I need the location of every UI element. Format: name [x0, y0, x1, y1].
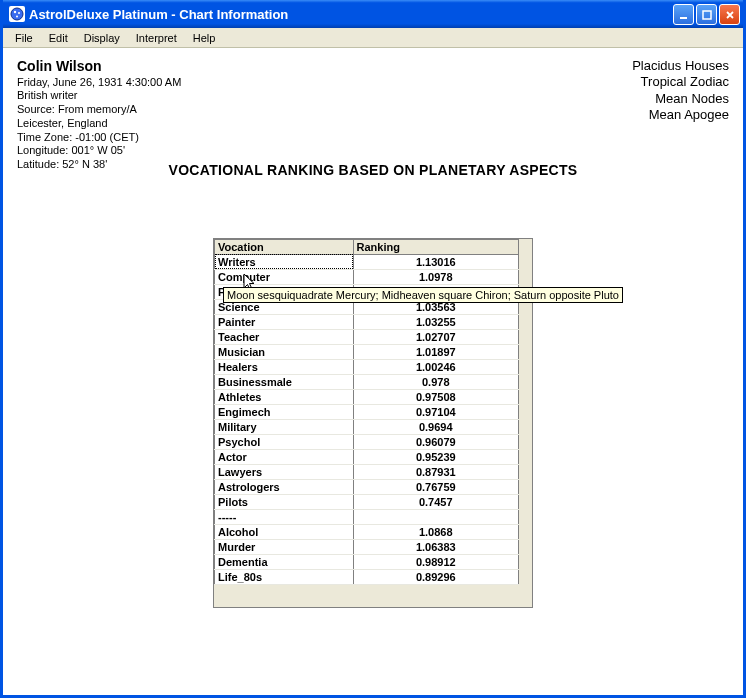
person-name: Colin Wilson — [17, 58, 181, 76]
vocation-cell[interactable]: Psychol — [215, 434, 354, 449]
vocation-cell[interactable]: Military — [215, 419, 354, 434]
ranking-cell[interactable]: 0.95239 — [353, 449, 518, 464]
table-row[interactable]: Astrologers0.76759 — [215, 479, 519, 494]
svg-point-1 — [14, 11, 16, 13]
table-row[interactable]: Alcohol1.0868 — [215, 524, 519, 539]
menu-edit[interactable]: Edit — [41, 30, 76, 46]
person-block: Colin Wilson Friday, June 26, 1931 4:30:… — [17, 58, 181, 172]
vocation-cell[interactable]: Life_80s — [215, 569, 354, 584]
vocation-cell[interactable]: Athletes — [215, 389, 354, 404]
vocation-cell[interactable]: Alcohol — [215, 524, 354, 539]
table-row[interactable]: Psychol0.96079 — [215, 434, 519, 449]
vocation-cell[interactable]: Writers — [215, 254, 354, 269]
vocation-cell[interactable]: Pilots — [215, 494, 354, 509]
ranking-cell[interactable]: 0.9694 — [353, 419, 518, 434]
person-place: Leicester, England — [17, 117, 181, 131]
vocation-cell[interactable]: Businessmale — [215, 374, 354, 389]
ranking-cell[interactable]: 0.76759 — [353, 479, 518, 494]
table-row[interactable]: Murder1.06383 — [215, 539, 519, 554]
vocation-cell[interactable]: Painter — [215, 314, 354, 329]
setting-zodiac: Tropical Zodiac — [632, 74, 729, 90]
vocation-cell[interactable]: Engimech — [215, 404, 354, 419]
ranking-cell[interactable]: 0.97104 — [353, 404, 518, 419]
table-wrap: Vocation Ranking Writers1.13016Computer1… — [213, 238, 533, 608]
vocation-cell[interactable]: Murder — [215, 539, 354, 554]
ranking-cell[interactable]: 1.01897 — [353, 344, 518, 359]
vocation-cell[interactable]: Lawyers — [215, 464, 354, 479]
ranking-cell[interactable]: 1.02707 — [353, 329, 518, 344]
maximize-button[interactable] — [696, 4, 717, 25]
vocation-cell[interactable]: Teacher — [215, 329, 354, 344]
col-ranking[interactable]: Ranking — [353, 239, 518, 254]
svg-point-0 — [11, 8, 23, 20]
table-row[interactable]: Businessmale0.978 — [215, 374, 519, 389]
person-lat: Latitude: 52° N 38' — [17, 158, 181, 172]
svg-rect-4 — [680, 17, 687, 19]
table-row[interactable]: Computer1.0978 — [215, 269, 519, 284]
person-source: Source: From memory/A — [17, 103, 181, 117]
table-row[interactable]: Musician1.01897 — [215, 344, 519, 359]
menu-file[interactable]: File — [7, 30, 41, 46]
table-row[interactable]: Painter1.03255 — [215, 314, 519, 329]
table-row[interactable]: Lawyers0.87931 — [215, 464, 519, 479]
ranking-cell[interactable]: 0.89296 — [353, 569, 518, 584]
app-window: AstrolDeluxe Platinum - Chart Informatio… — [0, 0, 746, 698]
ranking-cell[interactable]: 1.03255 — [353, 314, 518, 329]
window-controls — [673, 3, 740, 25]
titlebar[interactable]: AstrolDeluxe Platinum - Chart Informatio… — [3, 0, 743, 28]
ranking-cell[interactable]: 0.87931 — [353, 464, 518, 479]
ranking-cell[interactable]: 1.06383 — [353, 539, 518, 554]
person-desc: British writer — [17, 89, 181, 103]
window-title: AstrolDeluxe Platinum - Chart Informatio… — [29, 7, 673, 22]
table-row[interactable]: Pilots0.7457 — [215, 494, 519, 509]
menubar: File Edit Display Interpret Help — [3, 28, 743, 48]
vocation-cell[interactable]: Astrologers — [215, 479, 354, 494]
ranking-cell[interactable] — [353, 509, 518, 524]
table-row[interactable]: Engimech0.97104 — [215, 404, 519, 419]
col-vocation[interactable]: Vocation — [215, 239, 354, 254]
person-datetime: Friday, June 26, 1931 4:30:00 AM — [17, 76, 181, 90]
ranking-cell[interactable]: 0.96079 — [353, 434, 518, 449]
ranking-cell[interactable]: 1.0978 — [353, 269, 518, 284]
setting-nodes: Mean Nodes — [632, 91, 729, 107]
setting-houses: Placidus Houses — [632, 58, 729, 74]
svg-point-3 — [16, 16, 18, 18]
content-area: Colin Wilson Friday, June 26, 1931 4:30:… — [3, 48, 743, 695]
table-row[interactable]: ----- — [215, 509, 519, 524]
person-tz: Time Zone: -01:00 (CET) — [17, 131, 181, 145]
settings-block: Placidus Houses Tropical Zodiac Mean Nod… — [632, 58, 729, 172]
ranking-cell[interactable]: 0.98912 — [353, 554, 518, 569]
app-icon — [9, 6, 25, 22]
table-row[interactable]: Teacher1.02707 — [215, 329, 519, 344]
table-row[interactable]: Life_80s0.89296 — [215, 569, 519, 584]
vocation-cell[interactable]: Actor — [215, 449, 354, 464]
ranking-cell[interactable]: 1.0868 — [353, 524, 518, 539]
ranking-cell[interactable]: 0.978 — [353, 374, 518, 389]
menu-display[interactable]: Display — [76, 30, 128, 46]
vocation-cell[interactable]: Musician — [215, 344, 354, 359]
table-row[interactable]: Healers1.00246 — [215, 359, 519, 374]
svg-point-2 — [18, 12, 20, 14]
tooltip: Moon sesquiquadrate Mercury; Midheaven s… — [223, 287, 623, 303]
table-row[interactable]: Dementia0.98912 — [215, 554, 519, 569]
vocation-cell[interactable]: ----- — [215, 509, 354, 524]
vocation-cell[interactable]: Healers — [215, 359, 354, 374]
minimize-button[interactable] — [673, 4, 694, 25]
ranking-cell[interactable]: 1.13016 — [353, 254, 518, 269]
close-button[interactable] — [719, 4, 740, 25]
table-row[interactable]: Military0.9694 — [215, 419, 519, 434]
svg-rect-5 — [703, 11, 711, 19]
ranking-cell[interactable]: 1.00246 — [353, 359, 518, 374]
table-row[interactable]: Writers1.13016 — [215, 254, 519, 269]
menu-interpret[interactable]: Interpret — [128, 30, 185, 46]
vocation-cell[interactable]: Dementia — [215, 554, 354, 569]
setting-apogee: Mean Apogee — [632, 107, 729, 123]
person-lon: Longitude: 001° W 05' — [17, 144, 181, 158]
ranking-cell[interactable]: 0.97508 — [353, 389, 518, 404]
ranking-cell[interactable]: 0.7457 — [353, 494, 518, 509]
menu-help[interactable]: Help — [185, 30, 224, 46]
table-row[interactable]: Actor0.95239 — [215, 449, 519, 464]
table-row[interactable]: Athletes0.97508 — [215, 389, 519, 404]
vocation-cell[interactable]: Computer — [215, 269, 354, 284]
